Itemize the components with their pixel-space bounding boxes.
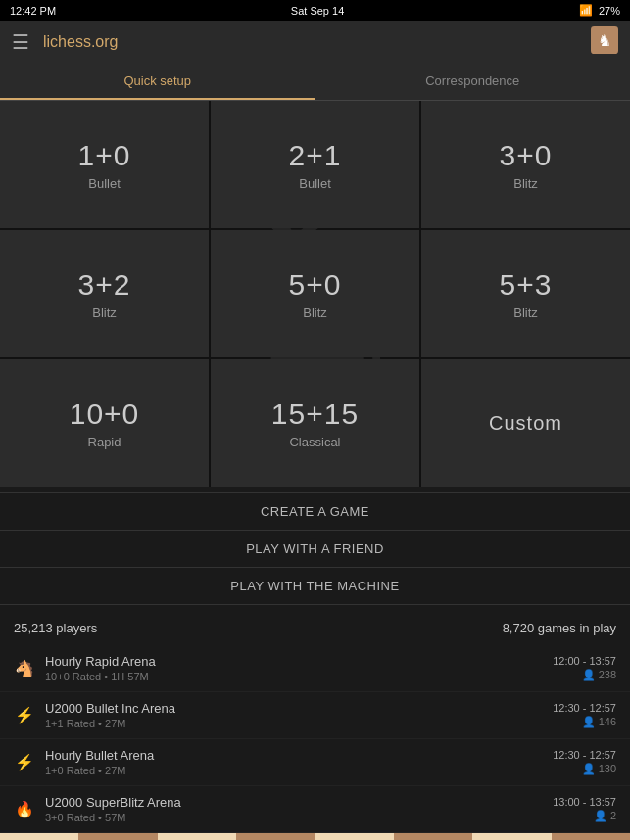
arena-players-3: 👤 2 <box>553 810 616 822</box>
board-cell <box>394 833 472 840</box>
arena-players-0: 👤 238 <box>553 669 616 681</box>
arena-time-0: 12:00 - 13:57 <box>553 655 616 667</box>
divider-4 <box>0 604 630 605</box>
board-cell <box>78 833 157 840</box>
game-option-15plus15[interactable]: 15+15 Classical <box>211 359 419 487</box>
play-friend-button[interactable]: PLAY WITH A FRIEND <box>0 531 630 567</box>
game-option-10plus0[interactable]: 10+0 Rapid <box>0 359 209 487</box>
arena-icon-bolt-0: ⚡ <box>14 705 35 726</box>
arena-icon-horse: 🐴 <box>14 658 35 679</box>
arena-list: 🐴 Hourly Rapid Arena 10+0 Rated • 1H 57M… <box>0 645 630 833</box>
arena-item-u2000bullet[interactable]: ⚡ U2000 Bullet Inc Arena 1+1 Rated • 27M… <box>0 692 630 739</box>
game-option-3plus2[interactable]: 3+2 Blitz <box>0 230 209 357</box>
tab-quick-setup[interactable]: Quick setup <box>0 64 315 100</box>
action-buttons-section: CREATE A GAME PLAY WITH A FRIEND PLAY WI… <box>0 487 630 611</box>
player-count: 25,213 players <box>14 621 97 635</box>
game-option-custom[interactable]: Custom <box>421 359 630 487</box>
header-logo: ♞ <box>591 26 618 58</box>
arena-item-superblitz[interactable]: 🔥 U2000 SuperBlitz Arena 3+0 Rated • 57M… <box>0 786 630 833</box>
arena-name-0: Hourly Rapid Arena <box>45 654 543 669</box>
arena-name-3: U2000 SuperBlitz Arena <box>45 795 543 810</box>
svg-text:♞: ♞ <box>598 32 611 49</box>
status-bar: 12:42 PM Sat Sep 14 📶 27% <box>0 0 630 21</box>
arena-players-1: 👤 146 <box>553 716 616 728</box>
arena-name-1: U2000 Bullet Inc Arena <box>45 701 543 716</box>
arena-time-1: 12:30 - 12:57 <box>553 702 616 714</box>
battery-level: 27% <box>599 5 620 17</box>
wifi-icon: 📶 <box>579 4 593 17</box>
arena-icon-bolt-1: ⚡ <box>14 752 35 773</box>
status-time: 12:42 PM <box>10 5 56 17</box>
chessboard-grid: ♜♜♚ <box>0 833 630 840</box>
arena-icon-fire: 🔥 <box>14 799 35 820</box>
board-cell <box>236 833 315 840</box>
status-date: Sat Sep 14 <box>291 5 344 17</box>
board-cell <box>0 833 78 840</box>
create-game-button[interactable]: CREATE A GAME <box>0 493 630 530</box>
game-option-5plus3[interactable]: 5+3 Blitz <box>421 230 630 357</box>
tab-correspondence[interactable]: Correspondence <box>315 64 631 100</box>
game-option-5plus0[interactable]: 5+0 Blitz <box>211 230 419 357</box>
lichess-logo-icon: ♞ <box>591 26 618 54</box>
games-count: 8,720 games in play <box>503 621 616 635</box>
game-option-grid: ♞ 1+0 Bullet 2+1 Bullet 3+0 Blitz 3+2 Bl… <box>0 101 630 487</box>
board-cell: ♜ <box>315 833 394 840</box>
arena-players-2: 👤 130 <box>553 763 616 775</box>
game-option-1plus0[interactable]: 1+0 Bullet <box>0 101 209 228</box>
board-cell <box>472 833 551 840</box>
board-cell: ♜ <box>158 833 236 840</box>
chessboard-preview: ♜♜♚ <box>0 833 630 840</box>
game-option-3plus0[interactable]: 3+0 Blitz <box>421 101 630 228</box>
arena-item-hourly-bullet[interactable]: ⚡ Hourly Bullet Arena 1+0 Rated • 27M 12… <box>0 739 630 786</box>
arena-item-rapid[interactable]: 🐴 Hourly Rapid Arena 10+0 Rated • 1H 57M… <box>0 645 630 692</box>
stats-bar: 25,213 players 8,720 games in play <box>0 611 630 645</box>
play-machine-button[interactable]: PLAY WITH THE MACHINE <box>0 568 630 604</box>
app-header: ☰ lichess.org ♞ <box>0 21 630 64</box>
arena-time-2: 12:30 - 12:57 <box>553 749 616 761</box>
board-cell: ♚ <box>552 833 630 840</box>
arena-meta-0: 10+0 Rated • 1H 57M <box>45 671 543 682</box>
arena-time-3: 13:00 - 13:57 <box>553 796 616 808</box>
tab-bar: Quick setup Correspondence <box>0 64 630 101</box>
app-title: lichess.org <box>43 33 118 51</box>
arena-meta-2: 1+0 Rated • 27M <box>45 765 543 776</box>
game-option-2plus1[interactable]: 2+1 Bullet <box>211 101 419 228</box>
arena-meta-3: 3+0 Rated • 57M <box>45 812 543 823</box>
arena-name-2: Hourly Bullet Arena <box>45 748 543 763</box>
menu-button[interactable]: ☰ <box>12 30 29 54</box>
arena-meta-1: 1+1 Rated • 27M <box>45 718 543 729</box>
